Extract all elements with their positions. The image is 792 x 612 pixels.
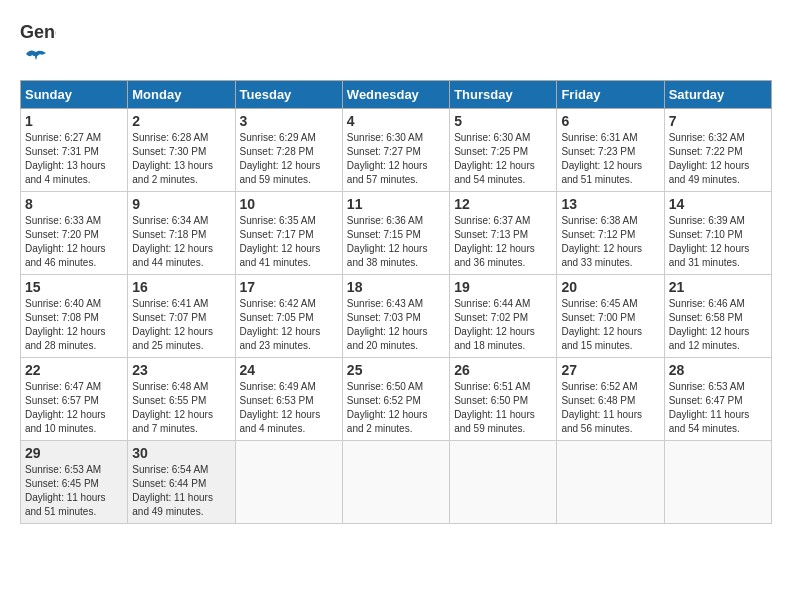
day-number: 13: [561, 196, 659, 212]
day-number: 20: [561, 279, 659, 295]
day-number: 3: [240, 113, 338, 129]
calendar-day-cell: 15Sunrise: 6:40 AMSunset: 7:08 PMDayligh…: [21, 275, 128, 358]
day-info: Sunrise: 6:53 AMSunset: 6:47 PMDaylight:…: [669, 380, 767, 436]
day-number: 10: [240, 196, 338, 212]
day-number: 5: [454, 113, 552, 129]
day-info: Sunrise: 6:33 AMSunset: 7:20 PMDaylight:…: [25, 214, 123, 270]
weekday-header-saturday: Saturday: [664, 81, 771, 109]
day-info: Sunrise: 6:39 AMSunset: 7:10 PMDaylight:…: [669, 214, 767, 270]
day-info: Sunrise: 6:36 AMSunset: 7:15 PMDaylight:…: [347, 214, 445, 270]
day-info: Sunrise: 6:45 AMSunset: 7:00 PMDaylight:…: [561, 297, 659, 353]
day-number: 8: [25, 196, 123, 212]
calendar-day-cell: [342, 441, 449, 524]
day-info: Sunrise: 6:42 AMSunset: 7:05 PMDaylight:…: [240, 297, 338, 353]
calendar-day-cell: 26Sunrise: 6:51 AMSunset: 6:50 PMDayligh…: [450, 358, 557, 441]
calendar-day-cell: 10Sunrise: 6:35 AMSunset: 7:17 PMDayligh…: [235, 192, 342, 275]
weekday-header-monday: Monday: [128, 81, 235, 109]
calendar-week-row: 1Sunrise: 6:27 AMSunset: 7:31 PMDaylight…: [21, 109, 772, 192]
calendar-day-cell: 19Sunrise: 6:44 AMSunset: 7:02 PMDayligh…: [450, 275, 557, 358]
day-number: 29: [25, 445, 123, 461]
calendar-day-cell: 3Sunrise: 6:29 AMSunset: 7:28 PMDaylight…: [235, 109, 342, 192]
day-number: 18: [347, 279, 445, 295]
day-info: Sunrise: 6:43 AMSunset: 7:03 PMDaylight:…: [347, 297, 445, 353]
calendar-week-row: 22Sunrise: 6:47 AMSunset: 6:57 PMDayligh…: [21, 358, 772, 441]
calendar-day-cell: 2Sunrise: 6:28 AMSunset: 7:30 PMDaylight…: [128, 109, 235, 192]
day-number: 15: [25, 279, 123, 295]
day-info: Sunrise: 6:54 AMSunset: 6:44 PMDaylight:…: [132, 463, 230, 519]
calendar-day-cell: 16Sunrise: 6:41 AMSunset: 7:07 PMDayligh…: [128, 275, 235, 358]
calendar-day-cell: 21Sunrise: 6:46 AMSunset: 6:58 PMDayligh…: [664, 275, 771, 358]
day-info: Sunrise: 6:51 AMSunset: 6:50 PMDaylight:…: [454, 380, 552, 436]
weekday-header-friday: Friday: [557, 81, 664, 109]
calendar-day-cell: 11Sunrise: 6:36 AMSunset: 7:15 PMDayligh…: [342, 192, 449, 275]
logo-icon: General: [20, 20, 56, 48]
day-info: Sunrise: 6:27 AMSunset: 7:31 PMDaylight:…: [25, 131, 123, 187]
day-info: Sunrise: 6:52 AMSunset: 6:48 PMDaylight:…: [561, 380, 659, 436]
day-number: 9: [132, 196, 230, 212]
calendar-day-cell: 9Sunrise: 6:34 AMSunset: 7:18 PMDaylight…: [128, 192, 235, 275]
weekday-header-tuesday: Tuesday: [235, 81, 342, 109]
day-info: Sunrise: 6:38 AMSunset: 7:12 PMDaylight:…: [561, 214, 659, 270]
calendar-day-cell: 17Sunrise: 6:42 AMSunset: 7:05 PMDayligh…: [235, 275, 342, 358]
calendar-day-cell: 28Sunrise: 6:53 AMSunset: 6:47 PMDayligh…: [664, 358, 771, 441]
page-header: General: [20, 20, 772, 70]
calendar-day-cell: 8Sunrise: 6:33 AMSunset: 7:20 PMDaylight…: [21, 192, 128, 275]
calendar-day-cell: 14Sunrise: 6:39 AMSunset: 7:10 PMDayligh…: [664, 192, 771, 275]
day-number: 21: [669, 279, 767, 295]
day-info: Sunrise: 6:30 AMSunset: 7:27 PMDaylight:…: [347, 131, 445, 187]
day-info: Sunrise: 6:49 AMSunset: 6:53 PMDaylight:…: [240, 380, 338, 436]
day-number: 2: [132, 113, 230, 129]
day-info: Sunrise: 6:44 AMSunset: 7:02 PMDaylight:…: [454, 297, 552, 353]
day-info: Sunrise: 6:50 AMSunset: 6:52 PMDaylight:…: [347, 380, 445, 436]
day-info: Sunrise: 6:47 AMSunset: 6:57 PMDaylight:…: [25, 380, 123, 436]
calendar-day-cell: 27Sunrise: 6:52 AMSunset: 6:48 PMDayligh…: [557, 358, 664, 441]
calendar-day-cell: [450, 441, 557, 524]
calendar-day-cell: 7Sunrise: 6:32 AMSunset: 7:22 PMDaylight…: [664, 109, 771, 192]
calendar-day-cell: 30Sunrise: 6:54 AMSunset: 6:44 PMDayligh…: [128, 441, 235, 524]
day-number: 23: [132, 362, 230, 378]
day-number: 30: [132, 445, 230, 461]
calendar-day-cell: [557, 441, 664, 524]
day-number: 19: [454, 279, 552, 295]
weekday-header-thursday: Thursday: [450, 81, 557, 109]
day-number: 14: [669, 196, 767, 212]
day-number: 12: [454, 196, 552, 212]
day-number: 17: [240, 279, 338, 295]
day-info: Sunrise: 6:53 AMSunset: 6:45 PMDaylight:…: [25, 463, 123, 519]
weekday-header-sunday: Sunday: [21, 81, 128, 109]
calendar-day-cell: 18Sunrise: 6:43 AMSunset: 7:03 PMDayligh…: [342, 275, 449, 358]
day-number: 25: [347, 362, 445, 378]
logo: General: [20, 20, 56, 70]
day-info: Sunrise: 6:46 AMSunset: 6:58 PMDaylight:…: [669, 297, 767, 353]
calendar-day-cell: 6Sunrise: 6:31 AMSunset: 7:23 PMDaylight…: [557, 109, 664, 192]
day-number: 6: [561, 113, 659, 129]
day-info: Sunrise: 6:41 AMSunset: 7:07 PMDaylight:…: [132, 297, 230, 353]
svg-text:General: General: [20, 22, 56, 42]
day-info: Sunrise: 6:48 AMSunset: 6:55 PMDaylight:…: [132, 380, 230, 436]
day-number: 4: [347, 113, 445, 129]
calendar-week-row: 15Sunrise: 6:40 AMSunset: 7:08 PMDayligh…: [21, 275, 772, 358]
day-info: Sunrise: 6:31 AMSunset: 7:23 PMDaylight:…: [561, 131, 659, 187]
day-number: 28: [669, 362, 767, 378]
calendar-day-cell: 12Sunrise: 6:37 AMSunset: 7:13 PMDayligh…: [450, 192, 557, 275]
day-info: Sunrise: 6:37 AMSunset: 7:13 PMDaylight:…: [454, 214, 552, 270]
day-info: Sunrise: 6:28 AMSunset: 7:30 PMDaylight:…: [132, 131, 230, 187]
day-info: Sunrise: 6:34 AMSunset: 7:18 PMDaylight:…: [132, 214, 230, 270]
day-info: Sunrise: 6:30 AMSunset: 7:25 PMDaylight:…: [454, 131, 552, 187]
day-info: Sunrise: 6:29 AMSunset: 7:28 PMDaylight:…: [240, 131, 338, 187]
day-info: Sunrise: 6:40 AMSunset: 7:08 PMDaylight:…: [25, 297, 123, 353]
calendar-day-cell: 1Sunrise: 6:27 AMSunset: 7:31 PMDaylight…: [21, 109, 128, 192]
day-number: 1: [25, 113, 123, 129]
logo-bird-icon: [22, 48, 50, 70]
calendar-day-cell: [664, 441, 771, 524]
calendar-table: SundayMondayTuesdayWednesdayThursdayFrid…: [20, 80, 772, 524]
calendar-day-cell: 23Sunrise: 6:48 AMSunset: 6:55 PMDayligh…: [128, 358, 235, 441]
day-number: 22: [25, 362, 123, 378]
calendar-day-cell: 5Sunrise: 6:30 AMSunset: 7:25 PMDaylight…: [450, 109, 557, 192]
day-number: 27: [561, 362, 659, 378]
calendar-body: 1Sunrise: 6:27 AMSunset: 7:31 PMDaylight…: [21, 109, 772, 524]
day-number: 24: [240, 362, 338, 378]
day-info: Sunrise: 6:32 AMSunset: 7:22 PMDaylight:…: [669, 131, 767, 187]
calendar-day-cell: 13Sunrise: 6:38 AMSunset: 7:12 PMDayligh…: [557, 192, 664, 275]
day-number: 26: [454, 362, 552, 378]
